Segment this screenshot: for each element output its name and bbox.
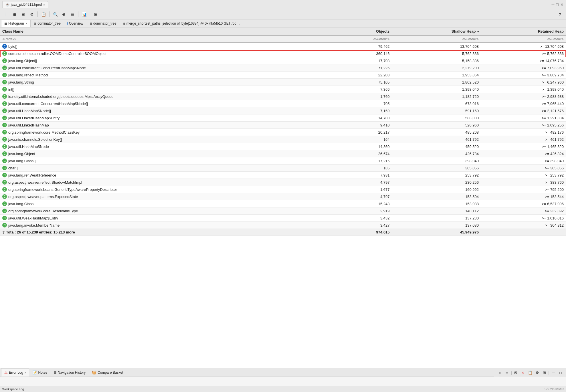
cell-classname-21[interactable]: Corg.aspectj.weaver.patterns.ExposedStat…	[0, 193, 332, 200]
table-row[interactable]: Ccom.sun.demo.controller.OOMDemoControll…	[0, 50, 566, 57]
cell-classname-4[interactable]: Cjava.lang.reflect.Method	[0, 72, 332, 78]
data-table-wrapper[interactable]: Class Name Objects Shallow Heap ▾ Retain…	[0, 27, 566, 368]
title-close-btn[interactable]: ×	[43, 3, 45, 6]
table-row[interactable]: Cjava.lang.Class[]17,216398,040>= 398,04…	[0, 157, 566, 165]
cell-classname-15[interactable]: Cjava.lang.Object	[0, 150, 332, 157]
table-row[interactable]: Corg.springframework.core.ResolvableType…	[0, 207, 566, 215]
table-row[interactable]: Cbyte[]79,46213,704,608>= 13,704,608	[0, 43, 566, 50]
bottom-toolbar-maximize[interactable]: □	[557, 369, 564, 376]
help-btn[interactable]: ?	[556, 11, 564, 18]
table-row[interactable]: Cjava.nio.channels.SelectionKey[]164461,…	[0, 136, 566, 143]
cell-classname-5[interactable]: Cjava.lang.String	[0, 79, 332, 86]
table-row[interactable]: Corg.aspectj.weaver.reflect.ShadowMatchI…	[0, 179, 566, 186]
bottom-tab-nav-history[interactable]: ⊞ Navigation History	[50, 368, 89, 377]
table-row[interactable]: Corg.springframework.core.MethodClassKey…	[0, 129, 566, 136]
table-row[interactable]: Cjava.util.WeakHashMap$Entry3,432137,280…	[0, 215, 566, 222]
bottom-tab-notes[interactable]: 📝 Notes	[29, 368, 50, 377]
histogram-toolbar-btn[interactable]: ▦	[11, 11, 18, 18]
cell-classname-25[interactable]: Cjava.lang.invoke.MemberName	[0, 222, 332, 229]
cell-classname-2[interactable]: Cjava.lang.Object[]	[0, 57, 332, 64]
filter-objects[interactable]: <Numeric>	[332, 35, 392, 43]
export-toolbar-btn[interactable]: ▤	[69, 11, 76, 18]
cell-classname-18[interactable]: Cjava.lang.ref.WeakReference	[0, 172, 332, 179]
cell-classname-17[interactable]: Cchar[]	[0, 165, 332, 171]
table-row[interactable]: Cjava.lang.invoke.MemberName3,427137,080…	[0, 222, 566, 229]
tab-overview[interactable]: i Overview	[64, 19, 86, 27]
chart-toolbar-btn[interactable]: 📊	[80, 11, 88, 18]
table-row[interactable]: Cjava.lang.reflect.Method22,2031,953,864…	[0, 72, 566, 79]
filter-retainedheap[interactable]: <Numeric>	[481, 35, 566, 43]
cell-classname-1[interactable]: Ccom.sun.demo.controller.OOMDemoControll…	[0, 50, 332, 57]
find-toolbar-btn[interactable]: 🔍	[52, 11, 59, 18]
tab-dominator-tree-2[interactable]: ⊞ dominator_tree	[86, 19, 120, 27]
cell-classname-0[interactable]: Cbyte[]	[0, 43, 332, 50]
table-row[interactable]: Cchar[]185305,056>= 305,056	[0, 165, 566, 172]
table-row[interactable]: Cjava.lang.String75,1051,802,520>= 6,247…	[0, 79, 566, 86]
table-row[interactable]: Cjava.util.concurrent.ConcurrentHashMap$…	[0, 64, 566, 72]
bottom-toolbar-minimize[interactable]: ─	[550, 369, 557, 376]
dominator-toolbar-btn[interactable]: ⊞	[19, 11, 27, 18]
cell-classname-11[interactable]: Cjava.util.LinkedHashMap	[0, 122, 332, 128]
cell-classname-8[interactable]: Cjava.util.concurrent.ConcurrentHashMap$…	[0, 100, 332, 107]
table-row[interactable]: Cjava.lang.Object26,674426,784>= 426,824	[0, 150, 566, 157]
cell-classname-3[interactable]: Cjava.util.concurrent.ConcurrentHashMap$…	[0, 64, 332, 71]
table-row[interactable]: Cjava.lang.Class15,248153,088>= 6,537,09…	[0, 200, 566, 207]
tab-merge-paths[interactable]: ⊕ merge_shortest_paths [selection of 'by…	[120, 19, 244, 27]
table-row[interactable]: Corg.aspectj.weaver.patterns.ExposedStat…	[0, 193, 566, 200]
cell-classname-20[interactable]: Corg.springframework.beans.GenericTypeAw…	[0, 186, 332, 193]
status-bar: Workspace Log CSDN ©Java©	[0, 386, 566, 392]
bottom-toolbar-btn-2[interactable]: ≣	[504, 369, 510, 376]
bottom-toolbar-btn-copy[interactable]: ⊠	[513, 369, 519, 376]
table-row[interactable]: Cjava.lang.Object[]17,7085,158,336>= 14,…	[0, 57, 566, 64]
close-window-btn[interactable]: ✕	[560, 2, 564, 7]
col-header-shallowheap[interactable]: Shallow Heap ▾	[392, 27, 481, 35]
histogram-tab-close[interactable]: ×	[26, 22, 27, 25]
bottom-tab-error-log[interactable]: ⚠ Error Log ×	[1, 368, 29, 377]
cell-classname-6[interactable]: Cint[]	[0, 86, 332, 93]
maximize-btn[interactable]: □	[556, 2, 559, 7]
filter-classname[interactable]: <Regex>	[0, 35, 332, 43]
bottom-toolbar-btn-settings[interactable]: ⚙	[534, 369, 541, 376]
info-toolbar-btn[interactable]: i	[2, 11, 10, 18]
table-row[interactable]: Cjava.util.HashMap$Node14,360459,520>= 1…	[0, 143, 566, 150]
query-toolbar-btn[interactable]: ⚙	[28, 11, 35, 18]
table-row[interactable]: Corg.springframework.beans.GenericTypeAw…	[0, 186, 566, 193]
cell-classname-13[interactable]: Cjava.nio.channels.SelectionKey[]	[0, 136, 332, 143]
cell-classname-12[interactable]: Corg.springframework.core.MethodClassKey	[0, 129, 332, 136]
tab-dominator-tree-1[interactable]: ⊞ dominator_tree	[31, 19, 64, 27]
col-header-objects[interactable]: Objects	[332, 27, 392, 35]
tab-histogram[interactable]: ▦ Histogram ×	[1, 20, 31, 27]
cell-classname-23[interactable]: Corg.springframework.core.ResolvableType	[0, 207, 332, 214]
cell-classname-19[interactable]: Corg.aspectj.weaver.reflect.ShadowMatchI…	[0, 179, 332, 186]
cell-classname-24[interactable]: Cjava.util.WeakHashMap$Entry	[0, 215, 332, 221]
title-tab[interactable]: ☕ java_pid54911.hprof ×	[2, 1, 48, 8]
filter-shallowheap[interactable]: <Numeric>	[392, 35, 481, 43]
report-toolbar-btn[interactable]: 📋	[40, 11, 47, 18]
table-row[interactable]: Cint[]7,3661,398,040>= 1,398,040	[0, 86, 566, 93]
cell-classname-14[interactable]: Cjava.util.HashMap$Node	[0, 143, 332, 150]
cell-classname-16[interactable]: Cjava.lang.Class[]	[0, 157, 332, 164]
cell-classname-9[interactable]: Cjava.util.HashMap$Node[]	[0, 107, 332, 114]
col-header-retainedheap[interactable]: Retained Heap	[481, 27, 566, 35]
cell-classname-22[interactable]: Cjava.lang.Class	[0, 200, 332, 207]
table-row[interactable]: Cjava.util.HashMap$Node[]7,169591,160>= …	[0, 107, 566, 114]
compare-toolbar-btn[interactable]: ⊞	[92, 11, 100, 18]
table-row[interactable]: Cjava.util.concurrent.ConcurrentHashMap$…	[0, 100, 566, 107]
table-row[interactable]: Cjava.util.LinkedHashMap$Entry14,700588,…	[0, 114, 566, 122]
bottom-tabs: ⚠ Error Log × 📝 Notes ⊞ Navigation Histo…	[0, 368, 494, 377]
col-header-classname[interactable]: Class Name	[0, 27, 332, 35]
cell-classname-7[interactable]: Cio.netty.util.internal.shaded.org.jctoo…	[0, 93, 332, 100]
cell-classname-10[interactable]: Cjava.util.LinkedHashMap$Entry	[0, 114, 332, 121]
copy-toolbar-btn[interactable]: ⊕	[60, 11, 68, 18]
table-row[interactable]: Cio.netty.util.internal.shaded.org.jctoo…	[0, 93, 566, 100]
table-row[interactable]: Cjava.lang.ref.WeakReference7,931253,792…	[0, 172, 566, 179]
minimize-btn[interactable]: ─	[552, 2, 555, 7]
bottom-toolbar-btn-1[interactable]: ≡	[496, 369, 503, 376]
bottom-toolbar-btn-new[interactable]: ⊞	[541, 369, 548, 376]
bottom-toolbar-btn-delete[interactable]: ✕	[520, 369, 526, 376]
nav-history-label: Navigation History	[58, 371, 86, 375]
bottom-tab-compare-basket[interactable]: 🧺 Compare Basket	[89, 368, 126, 377]
error-log-close[interactable]: ×	[24, 371, 26, 374]
table-row[interactable]: Cjava.util.LinkedHashMap9,410526,960>= 2…	[0, 122, 566, 129]
bottom-toolbar-btn-report[interactable]: 📋	[527, 369, 533, 376]
